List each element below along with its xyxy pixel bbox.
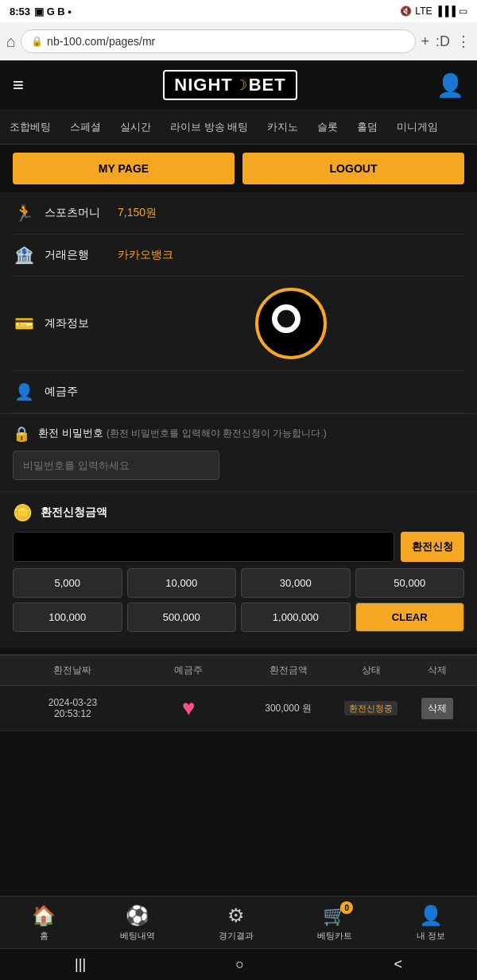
mute-icon: 🔇 xyxy=(400,6,412,17)
logout-button[interactable]: LOGOUT xyxy=(242,153,464,184)
url-bar[interactable]: 🔒 nb-100.com/pages/mr xyxy=(21,29,416,53)
user-account-icon[interactable]: 👤 xyxy=(436,72,464,99)
nav-item-realtime[interactable]: 실시간 xyxy=(111,117,161,138)
status-time: 8:53 ▣ G B • xyxy=(10,6,72,17)
eye-logo xyxy=(255,288,327,359)
delete-button[interactable]: 삭제 xyxy=(421,698,453,719)
nav-betting-history-button[interactable]: ⚽ 베팅내역 xyxy=(120,904,155,942)
bank-icon: 🏦 xyxy=(13,246,35,265)
nav-item-casino[interactable]: 카지노 xyxy=(258,117,308,138)
row-date-cell: 2024-03-23 20:53:12 xyxy=(6,697,139,719)
android-nav-bar: ||| ○ < xyxy=(0,948,477,980)
col-header-delete: 삭제 xyxy=(405,664,471,677)
sports-icon: 🏃 xyxy=(13,203,35,223)
logo-text-bet: BET xyxy=(249,75,286,95)
password-label-text-container: 환전 비밀번호 (환전 비밀번호를 입력해야 환전신청이 가능합니다.) xyxy=(38,425,327,440)
col-header-date: 환전날짜 xyxy=(6,664,139,677)
password-section: 🔒 환전 비밀번호 (환전 비밀번호를 입력해야 환전신청이 가능합니다.) xyxy=(0,413,477,491)
site-logo: NIGHT ☽ BET xyxy=(163,70,297,100)
signal-bars: ▐▐▐ xyxy=(435,6,456,17)
soccer-icon: ⚽ xyxy=(126,904,149,927)
account-label: 계좌정보 xyxy=(45,316,108,331)
my-info-icon: 👤 xyxy=(419,904,443,927)
cart-label: 베팅카트 xyxy=(317,930,352,942)
browser-actions: + :D ⋮ xyxy=(421,33,471,50)
results-label: 경기결과 xyxy=(219,930,254,942)
mypage-button[interactable]: MY PAGE xyxy=(13,153,235,184)
nav-item-minigame[interactable]: 미니게임 xyxy=(387,117,448,138)
logo-moon-icon: ☽ xyxy=(235,76,247,94)
nav-item-special[interactable]: 스페셜 xyxy=(60,117,111,138)
account-info-row: 💳 계좌정보 xyxy=(13,277,464,371)
withdrawal-history-table: 환전날짜 예금주 환전금액 상태 삭제 2024-03-23 20:53:12 … xyxy=(0,654,477,731)
home-label: 홈 xyxy=(40,930,48,942)
android-home-button[interactable]: ○ xyxy=(219,950,260,979)
betting-history-label: 베팅내역 xyxy=(120,930,155,942)
sports-money-value: 7,150원 xyxy=(118,206,157,220)
amount-btn-50000[interactable]: 50,000 xyxy=(355,568,465,598)
amount-input-row: 환전신청 xyxy=(13,532,464,562)
password-label-sub: (환전 비밀번호를 입력해야 환전신청이 가능합니다.) xyxy=(107,428,327,439)
amount-btn-500000[interactable]: 500,000 xyxy=(127,602,237,632)
password-label-container: 🔒 환전 비밀번호 (환전 비밀번호를 입력해야 환전신청이 가능합니다.) xyxy=(13,425,464,443)
nav-item-live[interactable]: 라이브 방송 배팅 xyxy=(161,117,258,138)
cart-badge-container: 🛒 0 xyxy=(323,904,347,927)
bank-value: 카카오뱅크 xyxy=(118,248,173,262)
col-header-status: 상태 xyxy=(338,664,404,677)
status-bar: 8:53 ▣ G B • 🔇 LTE ▐▐▐ ▭ xyxy=(0,0,477,22)
table-row: 2024-03-23 20:53:12 ♥ 300,000 원 환전신청중 삭제 xyxy=(0,686,477,731)
eye-logo-container xyxy=(255,288,327,359)
amount-input[interactable] xyxy=(13,532,394,562)
cart-badge: 0 xyxy=(340,901,353,914)
amount-btn-5000[interactable]: 5,000 xyxy=(13,568,122,598)
android-back-button[interactable]: < xyxy=(378,950,418,979)
results-icon: ⚙ xyxy=(227,904,245,927)
amount-btn-10000[interactable]: 10,000 xyxy=(127,568,237,598)
lock-label-icon: 🔒 xyxy=(13,425,30,443)
nav-game-results-button[interactable]: ⚙ 경기결과 xyxy=(219,904,254,942)
sports-money-row: 🏃 스포츠머니 7,150원 xyxy=(13,192,464,234)
depositor-label: 예금주 xyxy=(45,385,108,399)
eye-inner xyxy=(272,304,301,333)
network-indicator: LTE xyxy=(415,6,432,17)
heart-icon: ♥ xyxy=(182,695,196,720)
nav-betting-cart-button[interactable]: 🛒 0 베팅카트 xyxy=(317,904,352,942)
table-header-row: 환전날짜 예금주 환전금액 상태 삭제 xyxy=(0,656,477,686)
time-display: 8:53 xyxy=(10,6,30,17)
hamburger-menu-icon[interactable]: ≡ xyxy=(13,74,24,96)
row-status: 환전신청중 xyxy=(338,703,404,715)
col-header-depositor: 예금주 xyxy=(139,664,238,677)
clear-button[interactable]: CLEAR xyxy=(355,602,465,632)
amount-btn-100000[interactable]: 100,000 xyxy=(13,602,122,632)
home-icon: 🏠 xyxy=(32,904,56,927)
bank-row: 🏦 거래은행 카카오뱅크 xyxy=(13,234,464,277)
browser-bar: ⌂ 🔒 nb-100.com/pages/mr + :D ⋮ xyxy=(0,22,477,60)
row-depositor: ♥ xyxy=(139,695,238,721)
status-badge: 환전신청중 xyxy=(344,701,398,715)
logo-text-night: NIGHT xyxy=(174,75,232,95)
nav-item-holdem[interactable]: 홀덤 xyxy=(347,117,387,138)
android-recent-button[interactable]: ||| xyxy=(59,950,102,979)
withdrawal-section: 🪙 환전신청금액 환전신청 5,000 10,000 30,000 50,000… xyxy=(0,491,477,648)
tab-switcher-button[interactable]: :D xyxy=(436,33,450,50)
nav-item-slot[interactable]: 슬롯 xyxy=(308,117,347,138)
row-amount: 300,000 원 xyxy=(238,702,338,715)
nav-my-info-button[interactable]: 👤 내 정보 xyxy=(417,904,445,942)
password-label-main: 환전 비밀번호 xyxy=(38,427,103,439)
nav-menu: 조합베팅 스페셜 실시간 라이브 방송 배팅 카지노 슬롯 홀덤 미니게임 xyxy=(0,110,477,145)
sports-money-label: 스포츠머니 xyxy=(45,206,108,220)
col-header-amount: 환전금액 xyxy=(238,664,338,677)
password-input[interactable] xyxy=(13,451,219,480)
browser-home-button[interactable]: ⌂ xyxy=(6,33,16,51)
nav-item-combo[interactable]: 조합베팅 xyxy=(0,117,60,138)
my-info-label: 내 정보 xyxy=(417,930,445,942)
depositor-icon: 👤 xyxy=(13,382,35,401)
nav-home-button[interactable]: 🏠 홈 xyxy=(32,904,56,942)
new-tab-button[interactable]: + xyxy=(421,33,429,50)
amount-btn-1000000[interactable]: 1,000,000 xyxy=(241,602,351,632)
site-header: ≡ NIGHT ☽ BET 👤 xyxy=(0,60,477,110)
request-button[interactable]: 환전신청 xyxy=(401,532,464,562)
menu-button[interactable]: ⋮ xyxy=(456,33,471,50)
amount-btn-30000[interactable]: 30,000 xyxy=(241,568,351,598)
user-info-section: 🏃 스포츠머니 7,150원 🏦 거래은행 카카오뱅크 💳 계좌정보 👤 예금주 xyxy=(0,192,477,413)
